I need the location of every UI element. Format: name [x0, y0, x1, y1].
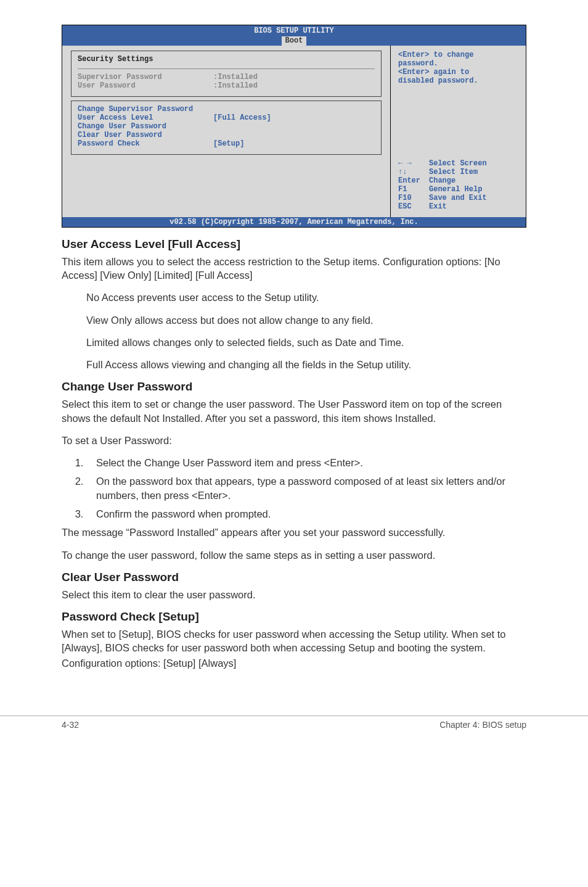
- bios-row-clear-user: Clear User Password: [78, 131, 375, 139]
- nav-key: ↑↓: [398, 168, 429, 176]
- bios-footer: v02.58 (C)Copyright 1985-2007, American …: [62, 217, 526, 227]
- bios-title: BIOS SETUP UTILITY: [62, 27, 526, 35]
- heading-password-check: Password Check [Setup]: [62, 610, 526, 624]
- heading-user-access-level: User Access Level [Full Access]: [62, 237, 526, 251]
- nav-row: EnterChange: [398, 176, 518, 185]
- value: [Full Access]: [213, 113, 271, 122]
- nav-label: Select Screen: [429, 159, 487, 168]
- list-item: Select the Change User Password item and…: [86, 456, 526, 469]
- help-line: <Enter> to change: [398, 51, 518, 59]
- paragraph: The message “Password Installed” appears…: [62, 526, 526, 539]
- bios-left-panel: Security Settings Supervisor Password :I…: [62, 46, 390, 217]
- bios-screenshot: BIOS SETUP UTILITY Boot Security Setting…: [62, 25, 526, 228]
- list-item: Confirm the password when prompted.: [86, 507, 526, 521]
- ordered-list: Select the Change User Password item and…: [86, 456, 526, 521]
- value: :Installed: [213, 81, 258, 90]
- page-number: 4-32: [62, 720, 79, 730]
- page-footer: 4-32 Chapter 4: BIOS setup: [0, 716, 588, 742]
- paragraph: Select this item to clear the user passw…: [62, 588, 526, 601]
- bios-section-options: Change Supervisor Password User Access L…: [71, 101, 382, 155]
- nav-key: ESC: [398, 202, 429, 211]
- bios-header: BIOS SETUP UTILITY Boot: [62, 25, 526, 46]
- help-line: password.: [398, 59, 518, 68]
- nav-key: F1: [398, 185, 429, 194]
- label: Change Supervisor Password: [78, 105, 213, 113]
- label: Clear User Password: [78, 131, 213, 139]
- help-line: <Enter> again to: [398, 68, 518, 76]
- label: User Access Level: [78, 113, 213, 122]
- label: User Password: [78, 81, 213, 90]
- paragraph: Select this item to set or change the us…: [62, 397, 526, 425]
- label: Password Check: [78, 139, 213, 148]
- bios-row-change-supervisor: Change Supervisor Password: [78, 105, 375, 113]
- nav-label: Save and Exit: [429, 194, 487, 202]
- nav-row: F10Save and Exit: [398, 194, 518, 202]
- nav-label: Change: [429, 176, 455, 185]
- nav-key: F10: [398, 194, 429, 202]
- spacer: [398, 85, 518, 153]
- nav-row: ESCExit: [398, 202, 518, 211]
- nav-row: ← →Select Screen: [398, 159, 518, 168]
- value: [Setup]: [213, 139, 244, 148]
- bios-tab: Boot: [282, 36, 307, 45]
- bios-body: Security Settings Supervisor Password :I…: [62, 46, 526, 217]
- label: Supervisor Password: [78, 73, 213, 81]
- bios-row-supervisor: Supervisor Password :Installed: [78, 73, 375, 81]
- heading-change-user-password: Change User Password: [62, 380, 526, 394]
- help-line: disabled password.: [398, 76, 518, 85]
- chapter-label: Chapter 4: BIOS setup: [439, 720, 526, 730]
- bios-row-user-access: User Access Level [Full Access]: [78, 113, 375, 122]
- value: :Installed: [213, 73, 258, 81]
- paragraph-fullaccess: Full Access allows viewing and changing …: [86, 358, 526, 371]
- bios-section-security: Security Settings Supervisor Password :I…: [71, 51, 382, 97]
- nav-row: ↑↓Select Item: [398, 168, 518, 176]
- nav-row: F1General Help: [398, 185, 518, 194]
- nav-label: Select Item: [429, 168, 478, 176]
- heading-clear-user-password: Clear User Password: [62, 571, 526, 584]
- divider: [78, 68, 375, 69]
- paragraph-viewonly: View Only allows access but does not all…: [86, 313, 526, 327]
- nav-block: ← →Select Screen ↑↓Select Item EnterChan…: [398, 159, 518, 211]
- label: Change User Password: [78, 122, 213, 131]
- nav-label: Exit: [429, 202, 447, 211]
- nav-key: ← →: [398, 159, 429, 168]
- paragraph-limited: Limited allows changes only to selected …: [86, 336, 526, 349]
- nav-label: General Help: [429, 185, 482, 194]
- paragraph: This item allows you to select the acces…: [62, 255, 526, 283]
- nav-key: Enter: [398, 176, 429, 185]
- paragraph: To set a User Password:: [62, 434, 526, 447]
- paragraph-noaccess: No Access prevents user access to the Se…: [86, 291, 526, 304]
- bios-right-panel: <Enter> to change password. <Enter> agai…: [390, 46, 526, 217]
- bios-section-title: Security Settings: [78, 55, 375, 64]
- paragraph: To change the user password, follow the …: [62, 548, 526, 562]
- bios-row-change-user: Change User Password: [78, 122, 375, 131]
- list-item: On the password box that appears, type a…: [86, 474, 526, 502]
- paragraph: When set to [Setup], BIOS checks for use…: [62, 627, 526, 655]
- page-content: BIOS SETUP UTILITY Boot Security Setting…: [0, 0, 588, 703]
- bios-row-password-check: Password Check [Setup]: [78, 139, 375, 148]
- paragraph: Configuration options: [Setup] [Always]: [62, 656, 526, 670]
- bios-row-user: User Password :Installed: [78, 81, 375, 90]
